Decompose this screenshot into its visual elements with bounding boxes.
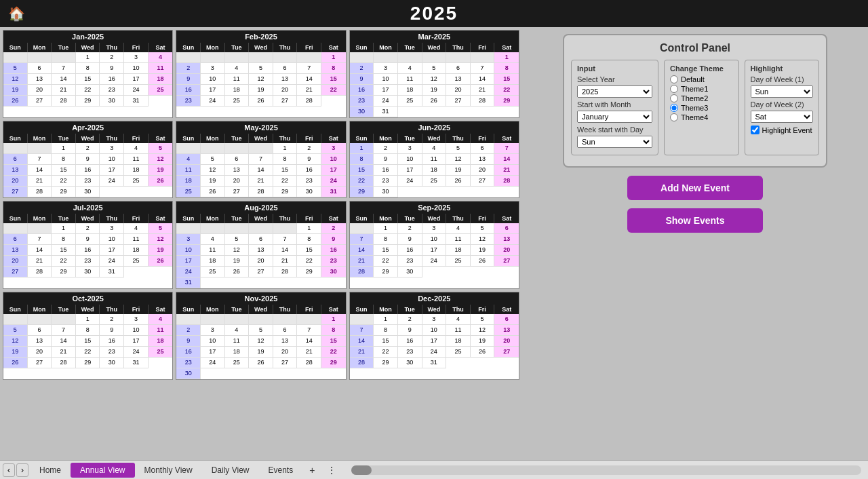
day-cell[interactable]: 4 (176, 154, 201, 165)
day-cell[interactable]: 28 (28, 267, 52, 277)
day-cell[interactable]: 5 (422, 63, 447, 74)
day-cell[interactable]: 9 (76, 154, 100, 165)
day-cell[interactable]: 7 (494, 143, 519, 154)
day-cell[interactable]: 19 (3, 85, 28, 96)
day-cell[interactable]: 10 (100, 154, 124, 165)
day-cell[interactable]: 3 (124, 52, 149, 63)
day-cell[interactable]: 26 (422, 96, 447, 107)
day-cell[interactable]: 24 (422, 347, 447, 358)
day-cell[interactable]: 31 (176, 277, 201, 288)
day-cell[interactable]: 13 (249, 245, 273, 256)
day-cell[interactable]: 5 (3, 63, 28, 74)
day-cell[interactable]: 12 (3, 336, 28, 347)
day-cell[interactable]: 5 (471, 223, 495, 234)
day-cell[interactable]: 27 (3, 267, 28, 277)
day-cell[interactable]: 28 (350, 358, 374, 368)
day-cell[interactable]: 22 (297, 256, 321, 267)
day-cell[interactable]: 29 (273, 187, 298, 197)
day-cell[interactable]: 10 (321, 154, 346, 165)
day-cell[interactable]: 14 (28, 245, 52, 256)
day-cell[interactable]: 7 (471, 63, 495, 74)
day-cell[interactable]: 27 (446, 96, 471, 107)
day-cell[interactable]: 31 (374, 107, 398, 117)
day-cell[interactable]: 4 (124, 223, 149, 234)
day-cell[interactable]: 18 (422, 165, 447, 176)
day-cell[interactable]: 10 (124, 325, 149, 336)
day-cell[interactable]: 6 (28, 325, 52, 336)
day-cell[interactable]: 28 (28, 187, 52, 197)
day-cell[interactable]: 22 (374, 347, 398, 358)
day-cell[interactable]: 29 (374, 267, 398, 277)
day-cell[interactable]: 27 (28, 358, 52, 368)
day-cell[interactable]: 12 (249, 74, 273, 85)
nav-next[interactable]: › (16, 463, 28, 477)
day-cell[interactable]: 15 (297, 245, 321, 256)
day-cell[interactable]: 11 (422, 154, 447, 165)
day-cell[interactable]: 9 (76, 234, 100, 245)
day-cell[interactable]: 21 (297, 347, 321, 358)
day-cell[interactable]: 27 (273, 96, 298, 107)
day-cell[interactable]: 12 (446, 154, 471, 165)
day-cell[interactable]: 1 (321, 314, 346, 325)
day-cell[interactable]: 16 (321, 245, 346, 256)
day-cell[interactable]: 6 (494, 223, 519, 234)
day-cell[interactable]: 23 (350, 96, 374, 107)
day-cell[interactable]: 30 (374, 187, 398, 197)
day-cell[interactable]: 13 (225, 165, 250, 176)
day-cell[interactable]: 16 (374, 165, 398, 176)
day-cell[interactable]: 19 (471, 336, 495, 347)
day-cell[interactable]: 11 (176, 165, 201, 176)
day-cell[interactable]: 11 (446, 234, 471, 245)
day-cell[interactable]: 15 (350, 165, 374, 176)
theme-radio-theme4[interactable] (670, 113, 678, 121)
day-cell[interactable]: 25 (201, 267, 225, 277)
day-cell[interactable]: 4 (149, 314, 173, 325)
day-cell[interactable]: 8 (321, 63, 346, 74)
day-cell[interactable]: 20 (446, 85, 471, 96)
day-cell[interactable]: 2 (398, 223, 422, 234)
day-cell[interactable]: 22 (52, 256, 76, 267)
day-cell[interactable]: 12 (225, 245, 250, 256)
day-cell[interactable]: 11 (201, 245, 225, 256)
day-cell[interactable]: 24 (398, 176, 422, 187)
day-cell[interactable]: 15 (321, 74, 346, 85)
day-cell[interactable]: 23 (100, 347, 124, 358)
day-cell[interactable]: 6 (3, 154, 28, 165)
day-cell[interactable]: 18 (124, 165, 149, 176)
day-cell[interactable]: 27 (3, 187, 28, 197)
day-cell[interactable]: 5 (446, 143, 471, 154)
day-cell[interactable]: 17 (100, 165, 124, 176)
day-cell[interactable]: 16 (350, 85, 374, 96)
day-cell[interactable]: 24 (124, 85, 149, 96)
day-cell[interactable]: 1 (350, 143, 374, 154)
day-cell[interactable]: 27 (249, 267, 273, 277)
month-select[interactable]: JanuaryFebruaryMarchAprilMayJuneJulyAugu… (577, 111, 652, 123)
day-cell[interactable]: 2 (76, 223, 100, 234)
day-cell[interactable]: 9 (374, 154, 398, 165)
day-cell[interactable]: 20 (28, 85, 52, 96)
year-select[interactable]: 202420252026 (577, 85, 652, 98)
day-cell[interactable]: 7 (28, 234, 52, 245)
day-cell[interactable]: 21 (52, 85, 76, 96)
day-cell[interactable]: 6 (471, 143, 495, 154)
day-cell[interactable]: 4 (225, 63, 250, 74)
day-cell[interactable]: 27 (494, 347, 519, 358)
day-cell[interactable]: 26 (201, 187, 225, 197)
day-cell[interactable]: 8 (76, 325, 100, 336)
day-cell[interactable]: 10 (422, 325, 447, 336)
day-cell[interactable]: 13 (446, 74, 471, 85)
day-cell[interactable]: 15 (273, 165, 298, 176)
day-cell[interactable]: 20 (471, 165, 495, 176)
day-cell[interactable]: 25 (124, 256, 149, 267)
day-cell[interactable]: 8 (52, 154, 76, 165)
day-cell[interactable]: 19 (471, 245, 495, 256)
highlight-event-checkbox[interactable] (751, 126, 760, 134)
day-cell[interactable]: 2 (321, 223, 346, 234)
day-cell[interactable]: 19 (149, 245, 173, 256)
day-cell[interactable]: 28 (52, 358, 76, 368)
day-cell[interactable]: 29 (76, 96, 100, 107)
day-cell[interactable]: 30 (100, 96, 124, 107)
day-cell[interactable]: 2 (100, 52, 124, 63)
day-cell[interactable]: 28 (273, 267, 298, 277)
day-cell[interactable]: 29 (374, 358, 398, 368)
